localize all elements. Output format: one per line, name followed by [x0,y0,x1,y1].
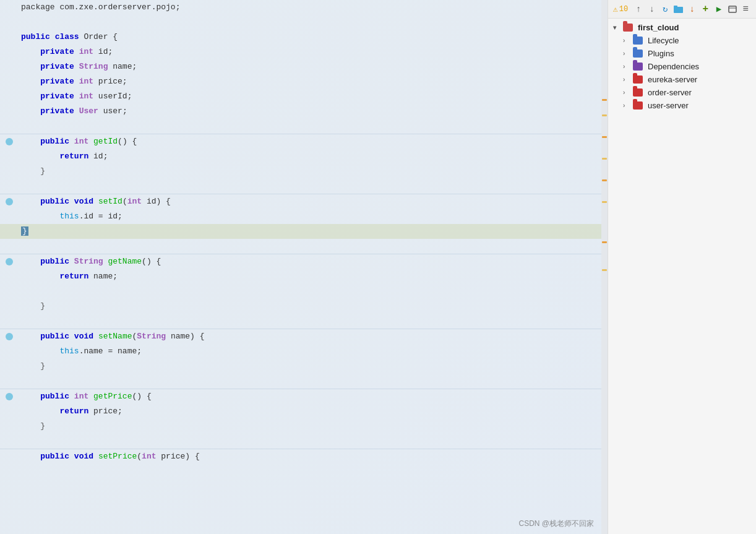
down-arrow-button[interactable]: ↓ [646,3,658,15]
line-content-9 [19,119,601,134]
code-line-23[interactable]: public void setName(String name) { [0,329,601,344]
line-content-18[interactable]: public String getName() { [19,254,601,269]
gutter-16 [0,224,19,239]
root-folder-icon [623,24,633,32]
line-content-31[interactable]: public void setPrice(int price) { [19,449,601,464]
lifecycle-folder-icon [633,37,643,45]
line-content-29[interactable]: } [19,419,601,434]
code-line-19[interactable]: return name; [0,269,601,284]
gutter-5 [0,59,19,74]
line-content-6[interactable]: private int price; [19,74,601,89]
line-content-10[interactable]: public int getId() { [19,134,601,149]
code-line-15[interactable]: this.id = id; [0,209,601,224]
code-container[interactable]: package com.zxe.orderserver.pojo; public… [0,0,601,534]
add-button[interactable]: + [700,3,711,15]
scrollbar[interactable] [601,0,608,534]
tree-item-plugins[interactable]: › Plugins [608,47,756,60]
gutter-8 [0,104,19,119]
breakpoint-icon-14[interactable] [6,198,13,205]
code-line-25[interactable]: } [0,359,601,374]
code-line-1[interactable]: package com.zxe.orderserver.pojo; [0,0,601,15]
warning-triangle-icon: ⚠ [613,4,618,14]
user-folder-icon [633,101,643,110]
tree-arrow-plugins: › [623,50,630,57]
line-content-27[interactable]: public int getPrice() { [19,389,601,404]
gutter-20 [0,284,19,299]
code-line-22 [0,314,601,329]
line-content-12[interactable]: } [19,164,601,179]
folder-open-button[interactable] [673,3,684,15]
code-line-31[interactable]: public void setPrice(int price) { [0,449,601,464]
tree-item-user-server[interactable]: › user-server [608,99,756,112]
code-line-16[interactable]: } [0,224,601,239]
tree-item-order-server[interactable]: › order-server [608,86,756,99]
up-arrow-button[interactable]: ↑ [633,3,644,15]
watermark: CSDN @栈老师不回家 [518,519,594,529]
breakpoint-icon-27[interactable] [6,393,13,400]
collapse-button[interactable]: ≡ [740,3,751,15]
tree-item-dependencies[interactable]: › Dependencies [608,60,756,73]
line-content-14[interactable]: public void setId(int id) { [19,194,601,209]
line-content-25[interactable]: } [19,359,601,374]
tree-arrow-order: › [623,89,630,96]
code-line-18[interactable]: public String getName() { [0,254,601,269]
code-line-24[interactable]: this.name = name; [0,344,601,359]
tree-item-eureka-server[interactable]: › eureka-server [608,73,756,86]
line-content-19[interactable]: return name; [19,269,601,284]
run-button[interactable]: ▶ [713,3,724,15]
breakpoint-icon-10[interactable] [6,138,13,145]
line-content-3[interactable]: public class Order { [19,30,601,45]
line-content-4[interactable]: private int id; [19,45,601,59]
project-tree[interactable]: ▾ first_cloud › Lifecycle › Plugins › [608,19,756,534]
breakpoint-icon-18[interactable] [6,258,13,265]
dependencies-folder-icon [633,62,643,71]
tree-item-lifecycle[interactable]: › Lifecycle [608,34,756,47]
code-line-21[interactable]: } [0,299,601,314]
line-content-8[interactable]: private User user; [19,104,601,119]
code-line-3[interactable]: public class Order { [0,30,601,45]
line-content-28[interactable]: return price; [19,404,601,419]
window-button[interactable] [727,3,738,15]
code-line-11[interactable]: return id; [0,149,601,164]
line-content-1[interactable]: package com.zxe.orderserver.pojo; [19,0,601,15]
breakpoint-icon-23[interactable] [6,333,13,340]
gutter-17 [0,239,19,254]
line-content-5[interactable]: private String name; [19,59,601,74]
gutter-21 [0,299,19,314]
gutter-23 [0,329,19,344]
tree-arrow-lifecycle: › [623,37,630,44]
gutter-12 [0,164,19,179]
gutter-7 [0,89,19,104]
right-panel: ⚠ 10 ↑ ↓ ↻ ↓ + ▶ ≡ ▾ f [608,0,756,534]
code-line-27[interactable]: public int getPrice() { [0,389,601,404]
tree-arrow-root: ▾ [613,24,621,31]
line-content-11[interactable]: return id; [19,149,601,164]
line-content-15[interactable]: this.id = id; [19,209,601,224]
gutter-31 [0,449,19,464]
line-content-17 [19,239,601,254]
code-line-12[interactable]: } [0,164,601,179]
gutter-9 [0,119,19,134]
refresh-button[interactable]: ↻ [660,3,671,15]
tree-root-first-cloud[interactable]: ▾ first_cloud [608,21,756,34]
code-line-8[interactable]: private User user; [0,104,601,119]
code-line-5[interactable]: private String name; [0,59,601,74]
gutter-15 [0,209,19,224]
line-content-24[interactable]: this.name = name; [19,344,601,359]
download-button[interactable]: ↓ [687,3,698,15]
gutter-3 [0,30,19,45]
code-line-4[interactable]: private int id; [0,45,601,59]
code-line-6[interactable]: private int price; [0,74,601,89]
code-line-10[interactable]: public int getId() { [0,134,601,149]
code-line-28[interactable]: return price; [0,404,601,419]
code-line-14[interactable]: public void setId(int id) { [0,194,601,209]
code-line-29[interactable]: } [0,419,601,434]
line-content-21[interactable]: } [19,299,601,314]
tree-item-lifecycle-label: Lifecycle [648,36,679,45]
code-line-7[interactable]: private int userId; [0,89,601,104]
code-line-26 [0,374,601,389]
line-content-16[interactable]: } [19,224,601,239]
line-content-23[interactable]: public void setName(String name) { [19,329,601,344]
gutter-2 [0,15,19,30]
line-content-7[interactable]: private int userId; [19,89,601,104]
